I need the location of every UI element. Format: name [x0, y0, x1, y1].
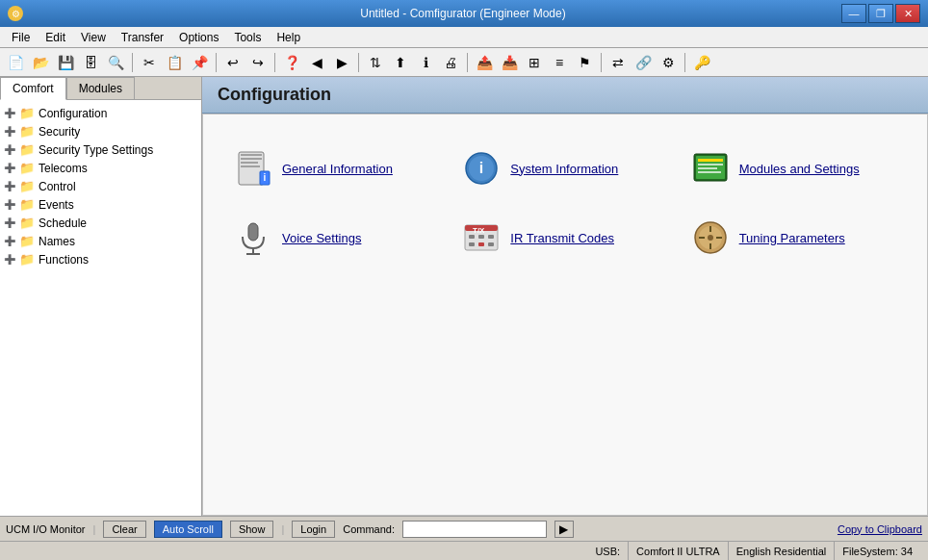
svg-point-30: [708, 235, 713, 241]
folder-icon-names: 📁: [19, 234, 35, 248]
copy-button[interactable]: 📋: [163, 51, 186, 74]
config-item-general[interactable]: i General Information: [222, 134, 451, 203]
print-button[interactable]: 🖨: [439, 51, 462, 74]
show-button[interactable]: Show: [230, 521, 274, 538]
voice-settings-label[interactable]: Voice Settings: [282, 231, 361, 245]
toolbar-sep-6: [601, 53, 602, 72]
config-item-tuning[interactable]: Tuning Parameters: [680, 203, 908, 272]
modules-and-settings-label[interactable]: Modules and Settings: [739, 162, 860, 176]
tree-item-functions[interactable]: ➕ 📁 Functions: [0, 250, 201, 268]
copy-to-clipboard[interactable]: Copy to Clipboard: [838, 523, 922, 535]
tree-item-names[interactable]: ➕ 📁 Names: [0, 232, 201, 250]
save-all-button[interactable]: 🗄: [79, 51, 102, 74]
tree-item-schedule[interactable]: ➕ 📁 Schedule: [0, 214, 201, 232]
minimize-button[interactable]: —: [841, 4, 866, 23]
export-button[interactable]: 📤: [473, 51, 496, 74]
undo-button[interactable]: ↩: [221, 51, 245, 74]
status-filesystem: FileSystem: 34: [834, 542, 920, 560]
find-button[interactable]: 🔍: [104, 51, 127, 74]
tab-bar: Comfort Modules: [0, 77, 201, 100]
svg-text:i: i: [264, 172, 267, 183]
tree-item-events[interactable]: ➕ 📁 Events: [0, 195, 201, 214]
folder-icon-telecoms: 📁: [19, 161, 35, 175]
general-information-label[interactable]: General Information: [282, 162, 393, 176]
config-item-voice[interactable]: Voice Settings: [222, 203, 451, 272]
modules-and-settings-icon: [691, 149, 730, 188]
tree-item-security-type[interactable]: ➕ 📁 Security Type Settings: [0, 140, 201, 159]
config-item-system[interactable]: i System Information: [451, 134, 679, 203]
menu-help[interactable]: Help: [269, 29, 308, 46]
svg-text:i: i: [479, 160, 483, 176]
svg-rect-13: [698, 164, 723, 165]
tree-item-control[interactable]: ➕ 📁 Control: [0, 177, 201, 195]
auto-scroll-button[interactable]: Auto Scroll: [154, 521, 222, 538]
key-button[interactable]: 🔑: [690, 51, 713, 74]
tab-comfort[interactable]: Comfort: [0, 77, 66, 100]
main-layout: Comfort Modules ➕ 📁 Configuration ➕ 📁 Se…: [0, 77, 928, 516]
menu-edit[interactable]: Edit: [38, 29, 73, 46]
tree-item-configuration[interactable]: ➕ 📁 Configuration: [0, 104, 201, 122]
list-button[interactable]: ≡: [548, 51, 571, 74]
grid-button[interactable]: ⊞: [523, 51, 546, 74]
cut-button[interactable]: ✂: [138, 51, 161, 74]
ir-transmit-codes-label[interactable]: IR Transmit Codes: [510, 231, 614, 245]
settings-button[interactable]: ⚙: [657, 51, 680, 74]
transfer-button[interactable]: ⇄: [606, 51, 630, 74]
import-button[interactable]: 📥: [498, 51, 521, 74]
bottom-bar: UCM I/O Monitor | Clear Auto Scroll Show…: [0, 516, 928, 541]
system-information-label[interactable]: System Information: [510, 162, 618, 176]
tab-modules[interactable]: Modules: [66, 77, 135, 99]
restore-button[interactable]: ❐: [868, 4, 893, 23]
save-button[interactable]: 💾: [54, 51, 77, 74]
config-item-ir[interactable]: T/X IR Transmit Codes: [451, 203, 679, 272]
svg-rect-14: [698, 167, 717, 169]
menu-view[interactable]: View: [73, 29, 114, 46]
forward-button[interactable]: ▶: [330, 51, 353, 74]
svg-rect-15: [698, 171, 721, 173]
svg-rect-27: [488, 242, 494, 246]
tree-item-security[interactable]: ➕ 📁 Security: [0, 122, 201, 140]
clear-button[interactable]: Clear: [103, 521, 145, 538]
menu-tools[interactable]: Tools: [226, 29, 269, 46]
menu-options[interactable]: Options: [171, 29, 226, 46]
expand-icon-names: ➕: [4, 236, 15, 246]
network-button[interactable]: 🔗: [632, 51, 655, 74]
new-button[interactable]: 📄: [4, 51, 27, 74]
svg-rect-23: [478, 235, 484, 239]
paste-button[interactable]: 📌: [188, 51, 211, 74]
config-item-modules[interactable]: Modules and Settings: [680, 134, 908, 203]
folder-icon-events: 📁: [19, 197, 35, 212]
expand-icon-events: ➕: [4, 199, 15, 210]
toolbar-sep-5: [467, 53, 468, 72]
toolbar-sep-4: [358, 53, 359, 72]
sort-button[interactable]: ⇅: [364, 51, 387, 74]
folder-icon-security: 📁: [19, 124, 35, 139]
redo-button[interactable]: ↪: [246, 51, 270, 74]
upload-button[interactable]: ⬆: [389, 51, 412, 74]
menu-transfer[interactable]: Transfer: [114, 29, 171, 46]
folder-icon-security-type: 📁: [19, 142, 35, 157]
tuning-parameters-label[interactable]: Tuning Parameters: [739, 231, 845, 245]
flag-button[interactable]: ⚑: [573, 51, 596, 74]
status-usb: USB:: [587, 542, 628, 560]
sep1: |: [93, 523, 96, 535]
close-button[interactable]: ✕: [895, 4, 920, 23]
svg-rect-3: [241, 162, 258, 164]
back-button[interactable]: ◀: [305, 51, 328, 74]
send-command-button[interactable]: ▶: [554, 521, 574, 538]
menu-bar: File Edit View Transfer Options Tools He…: [0, 27, 928, 48]
config-content: i General Information i System Informati…: [202, 114, 928, 516]
info-button[interactable]: ℹ: [414, 51, 437, 74]
folder-icon-functions: 📁: [19, 252, 35, 267]
command-input[interactable]: [402, 521, 547, 538]
open-button[interactable]: 📂: [29, 51, 52, 74]
expand-icon-security: ➕: [4, 126, 15, 137]
menu-file[interactable]: File: [4, 29, 38, 46]
login-button[interactable]: Login: [292, 521, 335, 538]
sep2: |: [281, 523, 284, 535]
tree-item-telecoms[interactable]: ➕ 📁 Telecoms: [0, 159, 201, 177]
window-title: Untitled - Comfigurator (Engineer Mode): [85, 7, 841, 20]
help-button[interactable]: ❓: [280, 51, 303, 74]
svg-rect-22: [469, 235, 475, 239]
expand-icon-functions: ➕: [4, 254, 15, 265]
